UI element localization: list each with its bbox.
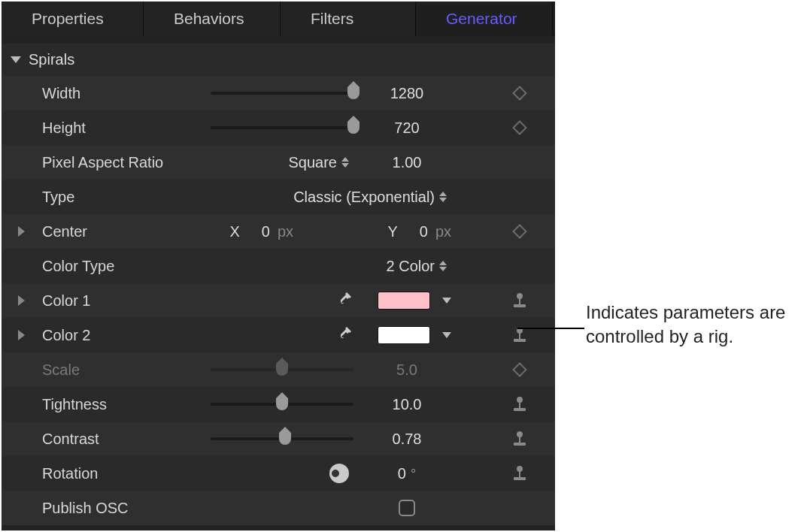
param-label: Color 2 (42, 327, 193, 344)
param-label: Height (42, 119, 193, 137)
param-row-par: Pixel Aspect Ratio Square 1.00 (2, 145, 555, 180)
section-title: Spirals (29, 51, 74, 68)
center-x-value[interactable]: 0 (247, 223, 270, 240)
annotation-callout: Indicates parameters are controlled by a… (517, 301, 810, 349)
rotation-value[interactable]: 0° (358, 465, 456, 482)
width-slider[interactable] (211, 92, 353, 95)
keyframe-icon[interactable] (512, 362, 527, 377)
tab-generator[interactable]: Generator (416, 2, 553, 36)
param-label: Rotation (42, 465, 193, 482)
disclosure-right-icon[interactable] (18, 330, 25, 340)
section-spirals-header[interactable]: Spirals (2, 44, 555, 76)
param-row-rotation: Rotation 0° (2, 456, 555, 491)
inspector-panel: Properties Behaviors Filters Generator S… (2, 2, 555, 530)
rig-joystick-icon[interactable] (493, 465, 546, 482)
chevron-down-icon[interactable] (442, 298, 451, 304)
inspector-tabs: Properties Behaviors Filters Generator (2, 2, 555, 36)
center-y-value[interactable]: 0 (405, 223, 428, 240)
svg-point-14 (517, 466, 523, 472)
slider-thumb-icon (276, 364, 288, 376)
param-row-colortype: Color Type 2 Color (2, 249, 555, 283)
contrast-value[interactable]: 0.78 (358, 431, 456, 448)
height-value[interactable]: 720 (358, 119, 456, 137)
tightness-slider[interactable] (211, 403, 353, 406)
popup-arrows-icon (439, 192, 447, 202)
param-row-color1: Color 1 (2, 283, 555, 318)
rotation-dial[interactable] (329, 464, 349, 483)
param-label: Tightness (42, 396, 193, 413)
keyframe-icon[interactable] (512, 120, 527, 135)
chevron-down-icon[interactable] (442, 332, 451, 338)
tab-behaviors[interactable]: Behaviors (144, 2, 281, 36)
param-label: Pixel Aspect Ratio (42, 154, 193, 171)
svg-point-2 (517, 293, 523, 299)
param-row-color2: Color 2 (2, 318, 555, 352)
rig-joystick-icon[interactable] (493, 396, 546, 413)
tab-filters[interactable]: Filters (281, 2, 416, 36)
param-label: Color 1 (42, 292, 193, 310)
eyedropper-icon[interactable] (335, 326, 353, 344)
param-row-tightness: Tightness 10.0 (2, 387, 555, 422)
par-value[interactable]: 1.00 (358, 154, 456, 171)
param-label: Type (42, 189, 193, 206)
disclosure-right-icon[interactable] (18, 295, 25, 306)
height-slider[interactable] (211, 126, 353, 129)
width-value[interactable]: 1280 (358, 85, 456, 102)
param-label: Publish OSC (42, 500, 193, 517)
inspector-content: Spirals Width 1280 Height 720 (2, 36, 555, 525)
color1-swatch[interactable] (378, 292, 430, 310)
rig-joystick-icon[interactable] (493, 431, 546, 447)
color2-swatch[interactable] (378, 326, 430, 344)
param-label: Width (42, 85, 193, 102)
popup-arrows-icon (341, 157, 349, 168)
param-row-type: Type Classic (Exponential) (2, 180, 555, 214)
slider-thumb-icon[interactable] (347, 87, 359, 99)
param-label: Center (42, 223, 193, 240)
svg-point-11 (517, 431, 523, 437)
param-label: Color Type (42, 258, 193, 275)
keyframe-icon[interactable] (512, 86, 527, 101)
leader-line (517, 328, 584, 329)
param-row-publish-osc: Publish OSC (2, 491, 555, 525)
colortype-popup[interactable]: 2 Color (387, 258, 451, 275)
disclosure-down-icon (11, 56, 21, 63)
callout-text: Indicates parameters are controlled by a… (584, 301, 810, 349)
param-row-contrast: Contrast 0.78 (2, 422, 555, 456)
popup-arrows-icon (439, 261, 447, 271)
eyedropper-icon[interactable] (335, 292, 353, 310)
tab-properties[interactable]: Properties (2, 2, 144, 36)
scale-slider (211, 368, 353, 371)
param-label: Contrast (42, 431, 193, 448)
tightness-value[interactable]: 10.0 (358, 396, 456, 413)
publish-osc-checkbox[interactable] (399, 500, 415, 516)
slider-thumb-icon[interactable] (279, 433, 291, 445)
contrast-slider[interactable] (211, 437, 353, 440)
type-popup[interactable]: Classic (Exponential) (293, 189, 451, 206)
param-row-center: Center X 0 px Y 0 px (2, 214, 555, 249)
disclosure-right-icon[interactable] (18, 226, 25, 237)
svg-point-8 (517, 397, 523, 403)
par-popup[interactable]: Square (289, 154, 354, 171)
param-row-height: Height 720 (2, 110, 555, 145)
param-row-width: Width 1280 (2, 76, 555, 110)
keyframe-icon[interactable] (512, 224, 527, 239)
slider-thumb-icon[interactable] (276, 398, 288, 410)
slider-thumb-icon[interactable] (347, 122, 359, 134)
scale-value: 5.0 (358, 361, 456, 379)
param-label: Scale (42, 361, 193, 379)
param-row-scale: Scale 5.0 (2, 352, 555, 387)
